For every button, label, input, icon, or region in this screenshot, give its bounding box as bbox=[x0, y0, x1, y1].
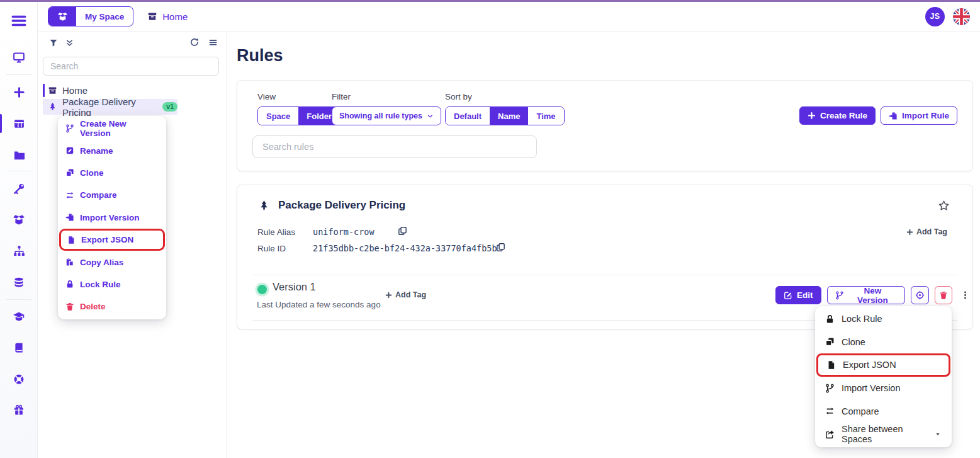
code-branch-icon bbox=[835, 291, 844, 300]
trash-icon bbox=[939, 291, 948, 300]
delete-version-button[interactable] bbox=[935, 286, 952, 304]
clone-icon bbox=[65, 168, 74, 177]
breadcrumb-home[interactable]: Home bbox=[147, 11, 188, 22]
create-rule-button[interactable]: Create Rule bbox=[799, 106, 876, 125]
sitemap-icon[interactable] bbox=[0, 241, 38, 260]
view-option-space[interactable]: Space bbox=[258, 107, 298, 125]
life-ring-icon[interactable] bbox=[0, 370, 38, 389]
page-title: Rules bbox=[237, 46, 283, 66]
space-switcher-button[interactable]: My Space bbox=[48, 6, 133, 26]
filter-icon[interactable] bbox=[49, 38, 58, 47]
menu-item-label: Create New Version bbox=[80, 119, 159, 138]
code-branch-icon bbox=[65, 124, 74, 133]
menu-item-copy-alias[interactable]: Copy Alias bbox=[58, 251, 166, 273]
app-icon-rail bbox=[0, 2, 38, 458]
lock-icon bbox=[825, 314, 835, 324]
add-tag-label: Add Tag bbox=[916, 227, 947, 236]
menu-item-label: Copy Alias bbox=[80, 258, 123, 267]
share-icon bbox=[825, 430, 835, 439]
menu-item-delete[interactable]: Delete bbox=[58, 295, 166, 318]
rail-divider bbox=[6, 299, 31, 300]
uk-flag-icon[interactable] bbox=[953, 8, 970, 25]
menu-item-compare[interactable]: Compare bbox=[815, 399, 952, 423]
menu-item-export-json[interactable]: Export JSON bbox=[59, 229, 165, 251]
sort-option-name[interactable]: Name bbox=[490, 107, 528, 125]
trash-icon bbox=[65, 302, 74, 311]
sort-option-time[interactable]: Time bbox=[528, 107, 563, 125]
folder-icon[interactable] bbox=[0, 146, 38, 164]
paste-icon bbox=[65, 258, 74, 266]
menu-item-share-between-spaces[interactable]: Share between Spaces bbox=[815, 423, 952, 446]
tree-toolbar bbox=[38, 31, 227, 55]
menu-item-label: Rename bbox=[80, 146, 113, 156]
graduation-cap-icon[interactable] bbox=[0, 307, 38, 326]
user-avatar[interactable]: JS bbox=[925, 7, 945, 26]
menu-item-label: Share between Spaces bbox=[842, 424, 925, 444]
table-icon[interactable] bbox=[0, 114, 38, 133]
rule-alias-value: uniform-crow bbox=[313, 227, 375, 237]
plus-icon bbox=[906, 229, 913, 236]
plus-icon bbox=[385, 292, 392, 299]
copy-icon[interactable] bbox=[496, 243, 505, 252]
lock-icon bbox=[65, 280, 74, 289]
tree-item-package-delivery-pricing[interactable]: Package Delivery Pricing v1 bbox=[43, 99, 177, 115]
code-branch-icon bbox=[825, 384, 835, 393]
menu-item-rename[interactable]: Rename bbox=[58, 139, 166, 161]
book-icon[interactable] bbox=[0, 338, 38, 357]
add-tag-button[interactable]: Add Tag bbox=[906, 227, 947, 236]
new-version-button[interactable]: New Version bbox=[827, 286, 906, 304]
rules-search-input[interactable] bbox=[252, 135, 537, 158]
simulate-crosshair-button[interactable] bbox=[911, 286, 928, 304]
tree-item-label: Package Delivery Pricing bbox=[62, 96, 157, 118]
monitor-icon[interactable] bbox=[0, 48, 38, 67]
import-rule-button[interactable]: Import Rule bbox=[881, 106, 957, 125]
menu-item-lock-rule[interactable]: Lock Rule bbox=[815, 307, 952, 331]
tree-search-input[interactable] bbox=[43, 57, 219, 76]
kebab-menu-icon[interactable] bbox=[958, 289, 972, 301]
menu-item-label: Clone bbox=[842, 337, 865, 347]
rule-type-filter-dropdown[interactable]: Showing all rule types bbox=[332, 106, 441, 125]
menu-item-label: Lock Rule bbox=[842, 314, 882, 324]
file-icon bbox=[67, 236, 76, 244]
menu-item-label: Compare bbox=[842, 406, 879, 416]
breadcrumb-label: Home bbox=[162, 11, 188, 22]
hamburger-menu-icon[interactable] bbox=[11, 13, 27, 29]
edit-version-button[interactable]: Edit bbox=[775, 286, 821, 304]
version-status-dot bbox=[257, 285, 267, 294]
import-rule-label: Import Rule bbox=[902, 111, 949, 120]
menu-item-create-new-version[interactable]: Create New Version bbox=[58, 117, 166, 139]
plus-icon[interactable] bbox=[0, 83, 38, 101]
menu-item-clone[interactable]: Clone bbox=[815, 331, 952, 354]
archive-box-icon bbox=[147, 11, 157, 21]
plus-icon bbox=[808, 112, 816, 120]
decision-tree-icon bbox=[258, 200, 270, 212]
version-badge: v1 bbox=[162, 102, 177, 112]
sort-option-default[interactable]: Default bbox=[446, 107, 490, 125]
menu-item-lock-rule[interactable]: Lock Rule bbox=[58, 273, 166, 295]
favorite-star-icon[interactable] bbox=[938, 200, 950, 212]
gift-icon[interactable] bbox=[0, 401, 38, 420]
box-open-icon[interactable] bbox=[0, 210, 38, 229]
folder-tree: Home Package Delivery Pricing v1 bbox=[38, 83, 227, 115]
top-progress-stripe bbox=[0, 0, 980, 2]
database-icon[interactable] bbox=[0, 273, 38, 292]
menu-item-export-json[interactable]: Export JSON bbox=[816, 353, 950, 377]
list-icon[interactable] bbox=[208, 38, 218, 47]
rule-id-value: 21f35dbb-c2be-bf24-432a-33770fa4fb5b bbox=[313, 243, 497, 253]
key-icon[interactable] bbox=[0, 179, 38, 198]
menu-item-label: Export JSON bbox=[843, 360, 896, 370]
menu-item-label: Lock Rule bbox=[80, 280, 121, 289]
angles-down-icon[interactable] bbox=[65, 39, 74, 47]
menu-item-clone[interactable]: Clone bbox=[58, 162, 166, 184]
menu-item-label: Compare bbox=[80, 190, 117, 200]
menu-item-import-version[interactable]: Import Version bbox=[58, 207, 166, 229]
menu-item-import-version[interactable]: Import Version bbox=[815, 377, 952, 400]
copy-icon[interactable] bbox=[398, 226, 407, 236]
add-tag-button[interactable]: Add Tag bbox=[385, 290, 426, 299]
archive-box-icon bbox=[48, 86, 57, 95]
filter-dropdown-value: Showing all rule types bbox=[339, 112, 422, 120]
menu-item-compare[interactable]: Compare bbox=[58, 184, 166, 206]
refresh-icon[interactable] bbox=[189, 37, 200, 47]
version-last-updated: Last Updated a few seconds ago bbox=[257, 300, 381, 309]
view-label: View bbox=[257, 92, 276, 101]
